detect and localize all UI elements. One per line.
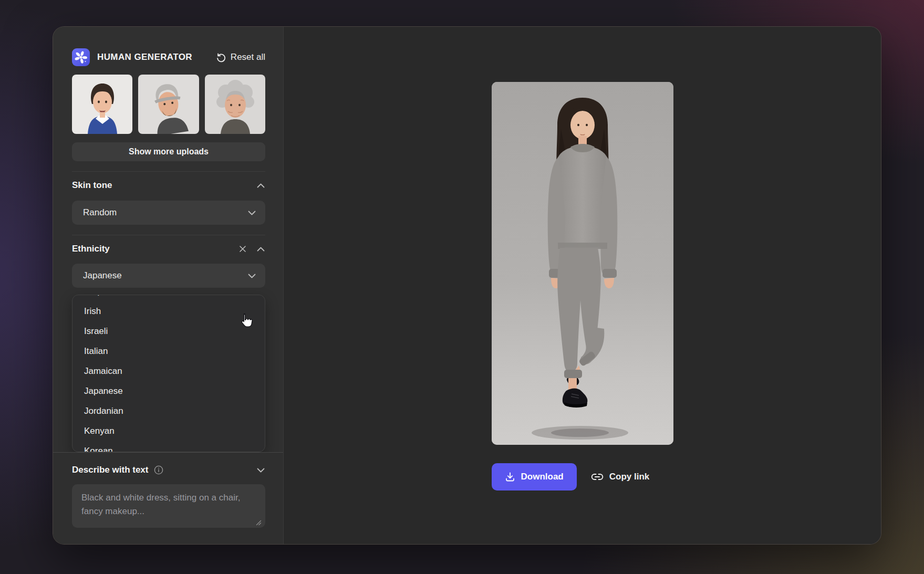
download-icon bbox=[505, 472, 515, 482]
app-title: HUMAN GENERATOR bbox=[97, 52, 216, 62]
divider bbox=[72, 171, 265, 172]
ethnicity-option[interactable]: Iraqi bbox=[72, 295, 265, 301]
app-logo-icon bbox=[72, 48, 90, 66]
reset-icon bbox=[216, 53, 226, 62]
skin-tone-value: Random bbox=[83, 207, 248, 218]
ethnicity-option[interactable]: Kenyan bbox=[72, 421, 265, 441]
ethnicity-option[interactable]: Irish bbox=[72, 301, 265, 321]
skin-tone-section-header: Skin tone bbox=[72, 180, 265, 191]
ethnicity-option[interactable]: Jamaican bbox=[72, 361, 265, 381]
describe-textarea[interactable] bbox=[72, 484, 265, 528]
chevron-down-icon bbox=[248, 274, 256, 278]
generated-image bbox=[492, 82, 673, 445]
clear-ethnicity-icon[interactable] bbox=[238, 244, 247, 254]
skin-tone-select[interactable]: Random bbox=[72, 201, 265, 225]
ethnicity-dropdown-list: Iraqi Irish Israeli Italian Jamaican Jap… bbox=[72, 295, 265, 452]
divider bbox=[72, 235, 265, 235]
ethnicity-option[interactable]: Jordanian bbox=[72, 401, 265, 421]
upload-thumbnails bbox=[72, 75, 265, 134]
chevron-up-icon[interactable] bbox=[256, 181, 265, 190]
ethnicity-label: Ethnicity bbox=[72, 244, 230, 254]
download-button[interactable]: Download bbox=[492, 463, 577, 490]
copy-link-button[interactable]: Copy link bbox=[591, 472, 650, 482]
skin-tone-label: Skin tone bbox=[72, 180, 247, 191]
reset-label: Reset all bbox=[231, 52, 265, 62]
ethnicity-option[interactable]: Korean bbox=[72, 441, 265, 452]
ethnicity-select[interactable]: Japanese bbox=[72, 264, 265, 288]
info-icon[interactable] bbox=[154, 465, 163, 475]
ethnicity-option[interactable]: Israeli bbox=[72, 321, 265, 341]
human-generator-window: HUMAN GENERATOR Reset all bbox=[53, 26, 881, 545]
describe-with-text-panel: Describe with text bbox=[53, 452, 283, 544]
preview-area: Download Copy link bbox=[283, 27, 881, 544]
chevron-down-icon bbox=[248, 211, 256, 215]
upload-thumbnail-man[interactable] bbox=[138, 75, 199, 134]
ethnicity-option[interactable]: Italian bbox=[72, 341, 265, 361]
upload-thumbnail-woman[interactable] bbox=[72, 75, 132, 134]
download-label: Download bbox=[521, 472, 564, 482]
reset-all-button[interactable]: Reset all bbox=[216, 52, 265, 62]
sidebar-scroll-area: HUMAN GENERATOR Reset all bbox=[53, 27, 283, 452]
sidebar: HUMAN GENERATOR Reset all bbox=[53, 27, 283, 544]
chevron-down-icon[interactable] bbox=[256, 465, 265, 475]
page-background: HUMAN GENERATOR Reset all bbox=[0, 0, 924, 574]
link-icon bbox=[591, 472, 604, 482]
sidebar-header: HUMAN GENERATOR Reset all bbox=[72, 48, 265, 67]
upload-thumbnail-elderly-woman[interactable] bbox=[205, 75, 265, 134]
ethnicity-option[interactable]: Japanese bbox=[72, 381, 265, 401]
chevron-up-icon[interactable] bbox=[256, 244, 265, 254]
viewer-actions: Download Copy link bbox=[492, 463, 673, 490]
copy-link-label: Copy link bbox=[609, 472, 650, 482]
ethnicity-section-header: Ethnicity bbox=[72, 243, 265, 255]
show-more-uploads-button[interactable]: Show more uploads bbox=[72, 142, 265, 161]
ethnicity-value: Japanese bbox=[83, 270, 248, 281]
describe-label: Describe with text bbox=[72, 465, 149, 475]
